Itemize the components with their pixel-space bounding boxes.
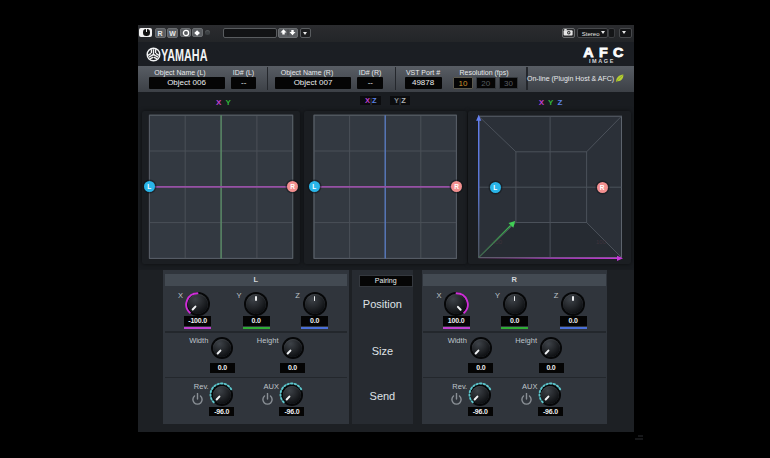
svg-text:100: 100 [596,239,607,245]
